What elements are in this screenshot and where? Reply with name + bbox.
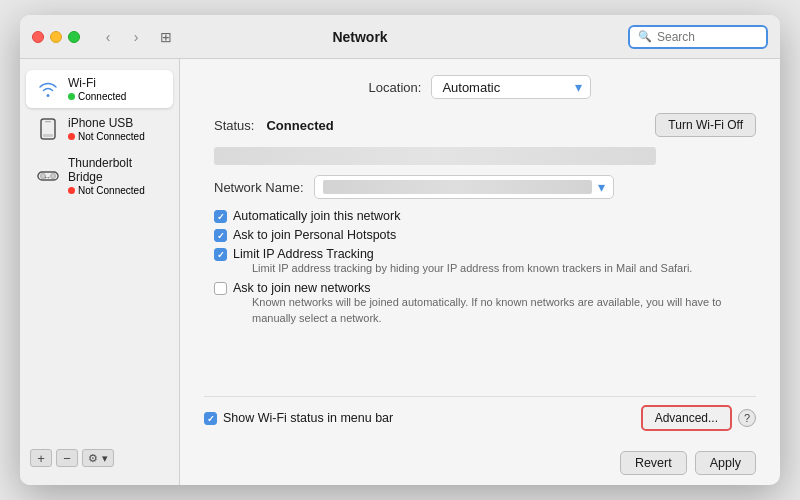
location-row: Location: Automatic ▾	[204, 75, 756, 99]
limit-ip-sublabel: Limit IP address tracking by hiding your…	[252, 261, 692, 276]
sidebar: Wi-Fi Connected iPhone USB	[20, 59, 180, 485]
iphone-usb-item-info: iPhone USB Not Connected	[68, 116, 163, 142]
status-value: Connected	[266, 118, 333, 133]
ask-networks-block: Ask to join new networks Known networks …	[233, 281, 756, 326]
location-label: Location:	[369, 80, 422, 95]
ask-networks-sublabel: Known networks will be joined automatica…	[252, 295, 756, 326]
content-area: Wi-Fi Connected iPhone USB	[20, 59, 780, 485]
ask-networks-checkbox[interactable]	[214, 282, 227, 295]
search-input[interactable]	[657, 30, 758, 44]
wifi-item-info: Wi-Fi Connected	[68, 76, 163, 102]
titlebar: ‹ › ⊞ Network 🔍	[20, 15, 780, 59]
wifi-status-dot	[68, 93, 75, 100]
action-buttons: Revert Apply	[180, 443, 780, 485]
show-wifi-checkbox[interactable]	[204, 412, 217, 425]
network-name-chevron-icon: ▾	[598, 179, 605, 195]
bottom-bar: Show Wi-Fi status in menu bar Advanced..…	[204, 396, 756, 431]
window-title: Network	[100, 29, 620, 45]
search-icon: 🔍	[638, 30, 652, 43]
limit-ip-label: Limit IP Address Tracking	[233, 247, 692, 261]
wifi-item-name: Wi-Fi	[68, 76, 163, 90]
sidebar-item-wifi[interactable]: Wi-Fi Connected	[26, 70, 173, 108]
search-box[interactable]: 🔍	[628, 25, 768, 49]
network-gear-button[interactable]: ⚙ ▾	[82, 449, 114, 467]
add-network-button[interactable]: +	[30, 449, 52, 467]
thunderbolt-icon: ↔	[36, 164, 60, 188]
ask-hotspot-label: Ask to join Personal Hotspots	[233, 228, 396, 242]
svg-point-5	[51, 174, 56, 179]
iphone-usb-item-name: iPhone USB	[68, 116, 163, 130]
location-select[interactable]: Automatic ▾	[431, 75, 591, 99]
network-name-blurred	[323, 180, 592, 194]
help-button[interactable]: ?	[738, 409, 756, 427]
traffic-lights	[32, 31, 80, 43]
iphone-usb-icon	[36, 117, 60, 141]
apply-button[interactable]: Apply	[695, 451, 756, 475]
svg-rect-2	[43, 134, 53, 137]
ip-address-blurred	[214, 147, 656, 165]
revert-button[interactable]: Revert	[620, 451, 687, 475]
turn-wifi-off-button[interactable]: Turn Wi-Fi Off	[655, 113, 756, 137]
ask-hotspot-checkbox[interactable]	[214, 229, 227, 242]
sidebar-footer: + − ⚙ ▾	[20, 441, 179, 475]
ask-networks-label: Ask to join new networks	[233, 281, 756, 295]
thunderbolt-status-dot	[68, 187, 75, 194]
status-label: Status:	[214, 118, 254, 133]
close-button[interactable]	[32, 31, 44, 43]
thunderbolt-item-info: Thunderbolt Bridge Not Connected	[68, 156, 163, 196]
wifi-icon	[36, 77, 60, 101]
options-section: Automatically join this network Ask to j…	[214, 209, 756, 326]
auto-join-row: Automatically join this network	[214, 209, 756, 223]
svg-text:↔: ↔	[43, 173, 51, 182]
limit-ip-block: Limit IP Address Tracking Limit IP addre…	[233, 247, 692, 276]
ask-hotspot-row: Ask to join Personal Hotspots	[214, 228, 756, 242]
iphone-usb-status-dot	[68, 133, 75, 140]
location-chevron-icon: ▾	[575, 79, 582, 95]
minimize-button[interactable]	[50, 31, 62, 43]
iphone-usb-item-status: Not Connected	[68, 131, 163, 142]
thunderbolt-item-name: Thunderbolt Bridge	[68, 156, 163, 184]
sidebar-item-thunderbolt[interactable]: ↔ Thunderbolt Bridge Not Connected	[26, 150, 173, 202]
limit-ip-checkbox[interactable]	[214, 248, 227, 261]
network-preferences-window: ‹ › ⊞ Network 🔍 Wi-Fi	[20, 15, 780, 485]
fullscreen-button[interactable]	[68, 31, 80, 43]
status-row: Status: Connected Turn Wi-Fi Off	[204, 113, 756, 137]
location-value: Automatic	[442, 80, 569, 95]
auto-join-checkbox[interactable]	[214, 210, 227, 223]
remove-network-button[interactable]: −	[56, 449, 78, 467]
auto-join-label: Automatically join this network	[233, 209, 400, 223]
sidebar-item-iphone-usb[interactable]: iPhone USB Not Connected	[26, 110, 173, 148]
svg-rect-1	[45, 121, 51, 122]
network-name-label: Network Name:	[214, 180, 304, 195]
network-name-row: Network Name: ▾	[204, 175, 756, 199]
limit-ip-row: Limit IP Address Tracking Limit IP addre…	[214, 247, 756, 276]
network-name-select[interactable]: ▾	[314, 175, 614, 199]
auto-join-block: Automatically join this network	[233, 209, 400, 223]
advanced-button[interactable]: Advanced...	[641, 405, 732, 431]
main-panel: Location: Automatic ▾ Status: Connected …	[180, 59, 780, 443]
thunderbolt-item-status: Not Connected	[68, 185, 163, 196]
show-wifi-label: Show Wi-Fi status in menu bar	[223, 411, 393, 425]
wifi-item-status: Connected	[68, 91, 163, 102]
ask-hotspot-block: Ask to join Personal Hotspots	[233, 228, 396, 242]
show-wifi-row: Show Wi-Fi status in menu bar	[204, 411, 393, 425]
ask-networks-row: Ask to join new networks Known networks …	[214, 281, 756, 326]
